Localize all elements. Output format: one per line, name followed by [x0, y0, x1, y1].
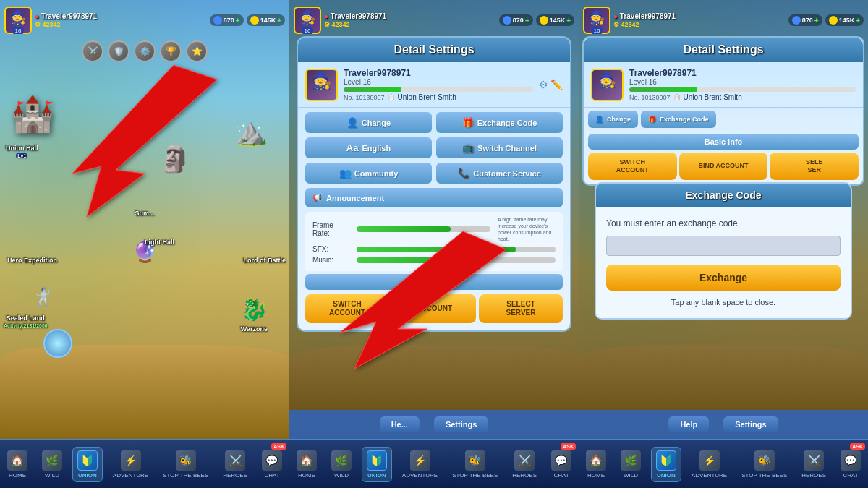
help-button[interactable]: He...: [380, 416, 420, 432]
partial-switch-account-btn[interactable]: SwitchAccount: [588, 153, 677, 180]
music-slider[interactable]: [357, 257, 556, 263]
plus-icon[interactable]: +: [236, 17, 240, 25]
nav-adventure[interactable]: ⚡ Adventure: [109, 448, 153, 481]
settings-profile-icon[interactable]: ⚙: [539, 79, 548, 90]
nav-home-p2[interactable]: 🏠 Home: [292, 448, 321, 481]
english-button[interactable]: Aa English: [305, 137, 432, 158]
avatar-p2[interactable]: 🧙: [294, 7, 321, 34]
nav-adventure-p3[interactable]: ⚡ Adventure: [687, 448, 731, 481]
nav-union[interactable]: 🔰 Union: [72, 447, 103, 482]
nav-wild-label-p3: Wild: [624, 472, 638, 479]
hud-bar: 🧙 ● Traveler9978971 ⚙ 42342 870 + 145K +: [4, 4, 285, 36]
announce-icon: 📢: [312, 193, 323, 202]
lord-of-battle-label: Lord of Battle: [244, 257, 286, 264]
nav-chat-p2[interactable]: 💬 Chat: [547, 448, 576, 481]
change-button[interactable]: 👤 Change: [305, 112, 432, 133]
partial-exp-fill: [629, 87, 697, 92]
hero-expedition-label: Hero Expedition: [7, 257, 57, 264]
sum-label: Sum...: [135, 210, 154, 217]
partial-bind-account-btn[interactable]: Bind Account: [679, 153, 768, 180]
nav-heroes-label: Heroes: [223, 472, 247, 479]
profile-name: Traveler9978971: [344, 68, 533, 78]
bottom-nav-p2: ASK 🏠 Home 🌿 Wild 🔰 Union ⚡ Adventure 🐝 …: [289, 439, 579, 488]
nav-wild-p2[interactable]: 🌿 Wild: [327, 448, 356, 481]
nav-union-p2[interactable]: 🔰 Union: [362, 447, 392, 482]
partial-change-btn[interactable]: 👤 Change: [588, 111, 638, 128]
nav-chat-p3[interactable]: 💬 Chat: [836, 448, 865, 481]
player-info-p3: ● Traveler9978971 ⚙ 42342: [613, 12, 676, 28]
plus-icon2[interactable]: +: [277, 17, 281, 25]
action-icon-2[interactable]: 🛡️: [108, 40, 129, 62]
nav-chat[interactable]: 💬 Chat: [258, 448, 286, 481]
action-icon-3[interactable]: ⚙️: [134, 40, 156, 62]
switch-account-button[interactable]: SwitchAccount: [305, 294, 389, 323]
customer-service-button[interactable]: 📞 Customer Service: [436, 163, 563, 184]
announcement-button[interactable]: 📢 Announcement: [305, 188, 563, 207]
nav-adventure-p2[interactable]: ⚡ Adventure: [398, 448, 442, 481]
bind-account-button[interactable]: Account: [392, 294, 476, 323]
frame-rate-slider[interactable]: [357, 226, 490, 232]
community-button[interactable]: 👥 Community: [305, 163, 432, 184]
nav-union-p3[interactable]: 🔰 Union: [651, 447, 681, 482]
frame-rate-section: Frame Rate: A high frame rate may increa…: [305, 212, 563, 271]
exchange-code-button[interactable]: 🎁 Exchange Code: [436, 112, 563, 133]
nav-home[interactable]: 🏠 Home: [3, 448, 32, 481]
exchange-code-input[interactable]: [606, 236, 841, 256]
partial-exchange-btn[interactable]: 🎁 Exchange Code: [641, 111, 716, 128]
nav-home-p3[interactable]: 🏠 Home: [582, 448, 610, 481]
panel-game-world: 🏰 ⛰️ 🗿 🤺 🐉 🔮 Union Hall Lv1 Sum... Light…: [0, 0, 289, 488]
profile-actions: ⚙ ✏️: [539, 79, 563, 90]
exchange-submit-button[interactable]: Exchange: [606, 265, 841, 291]
player-info: ● Traveler9978971 ⚙ 42342: [35, 12, 97, 28]
avatar-p3[interactable]: 🧙: [583, 7, 610, 34]
resources-bar: 870 + 145K +: [210, 14, 285, 26]
pool-icon: [43, 329, 72, 358]
player-name-hud-p2: ● Traveler9978971: [324, 12, 386, 20]
nav-wild[interactable]: 🌿 Wild: [38, 448, 67, 481]
bottom-nav-p3: ASK 🏠 Home 🌿 Wild 🔰 Union ⚡ Adventure 🐝 …: [579, 439, 868, 488]
nav-union-label-p2: Union: [367, 472, 386, 479]
basic-info-button[interactable]: Basic Info: [305, 274, 563, 290]
edit-profile-icon[interactable]: ✏️: [550, 79, 563, 90]
action-icon-5[interactable]: ⭐: [186, 40, 208, 62]
switch-channel-button[interactable]: 📺 Switch Channel: [436, 137, 563, 158]
sfx-slider[interactable]: [357, 247, 556, 252]
partial-avatar: 🧙: [591, 69, 624, 101]
help-button-p3[interactable]: Help: [668, 416, 709, 432]
resources-p2: 870 + 145K +: [499, 14, 574, 26]
resource-gold-p2: 145K +: [536, 14, 574, 26]
settings-buttons-grid: 👤 Change 🎁 Exchange Code Aa English 📺 Sw…: [298, 108, 570, 188]
partial-name: Traveler9978971: [629, 68, 856, 78]
nav-heroes-p3[interactable]: ⚔️ Heroes: [797, 448, 830, 481]
partial-bottom-btns: SwitchAccount Bind Account SeleSer: [584, 150, 863, 180]
nav-adventure-label-p2: Adventure: [402, 472, 438, 479]
partial-copy-icon[interactable]: 📋: [673, 94, 681, 100]
copy-icon[interactable]: 📋: [388, 94, 395, 100]
modal-profile: 🧙 Traveler9978971 Level 16 No. 10130007 …: [298, 62, 570, 108]
nav-stop-bees[interactable]: 🐝 Stop the Bees: [158, 448, 213, 481]
gems-p2: ⚙ 42342: [324, 21, 386, 28]
settings-button-p3[interactable]: Settings: [723, 416, 778, 432]
hud-bar-p3: 🧙 ● Traveler9978971 ⚙ 42342 870 + 145K +: [583, 4, 864, 36]
settings-bottom-bar: He... Settings: [289, 410, 579, 439]
profile-union: Union Brent Smith: [398, 93, 456, 101]
heroes-icon-p2: ⚔️: [514, 450, 535, 471]
nav-bees-p3[interactable]: 🐝 Stop the Bees: [737, 448, 791, 481]
nav-heroes-p2[interactable]: ⚔️ Heroes: [508, 448, 541, 481]
nav-wild-p3[interactable]: 🌿 Wild: [616, 448, 645, 481]
action-icon-4[interactable]: 🏆: [160, 40, 182, 62]
partial-select-server-btn[interactable]: SeleSer: [770, 153, 859, 180]
partial-basic-info[interactable]: Basic Info: [588, 134, 859, 150]
avatar[interactable]: 🧙: [4, 7, 32, 34]
nav-heroes[interactable]: ⚔️ Heroes: [218, 448, 252, 481]
res-shield-p3: 870 +: [788, 14, 822, 26]
modal-title: Detail Settings: [298, 38, 570, 62]
nav-wild-label: Wild: [45, 472, 59, 479]
bees-icon: 🐝: [176, 450, 196, 471]
action-icon-1[interactable]: ⚔️: [82, 40, 103, 62]
select-server-button[interactable]: SelectServer: [479, 294, 563, 323]
home-icon: 🏠: [7, 450, 27, 471]
gems-p3: ⚙ 42342: [613, 21, 676, 28]
settings-button[interactable]: Settings: [434, 416, 488, 432]
nav-bees-p2[interactable]: 🐝 Stop the Bees: [448, 448, 502, 481]
